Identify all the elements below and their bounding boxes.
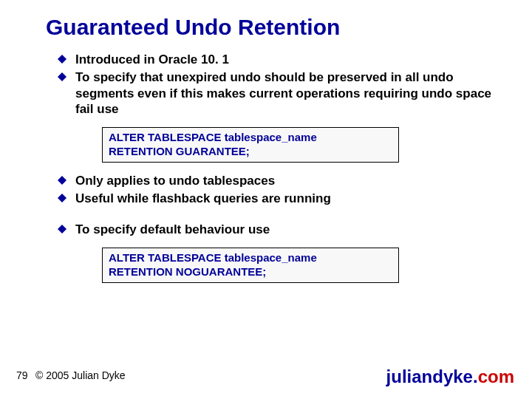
svg-marker-0 bbox=[58, 55, 66, 64]
code-line: RETENTION GUARANTEE; bbox=[109, 145, 392, 159]
diamond-bullet-icon bbox=[58, 194, 66, 202]
diamond-bullet-icon bbox=[58, 225, 66, 233]
site-name-part: juliandyke. bbox=[386, 366, 478, 386]
page-number: 79 bbox=[16, 369, 28, 381]
bullet-text: To specify default behaviour use bbox=[75, 222, 270, 237]
svg-marker-3 bbox=[58, 194, 66, 202]
bullet-item: To specify that unexpired undo should be… bbox=[58, 69, 502, 117]
bullet-item: Introduced in Oracle 10. 1 bbox=[58, 52, 502, 67]
code-box: ALTER TABLESPACE tablespace_name RETENTI… bbox=[102, 127, 399, 163]
code-line: ALTER TABLESPACE tablespace_name bbox=[109, 251, 392, 265]
site-name: juliandyke.com bbox=[386, 366, 514, 387]
svg-marker-1 bbox=[58, 72, 66, 81]
copyright-text: © 2005 Julian Dyke bbox=[35, 369, 126, 381]
slide-title: Guaranteed Undo Retention bbox=[46, 15, 340, 40]
bullet-item: Only applies to undo tablespaces bbox=[58, 173, 502, 188]
diamond-bullet-icon bbox=[58, 176, 66, 185]
bullet-text: Useful while flashback queries are runni… bbox=[75, 191, 331, 206]
bullet-text: To specify that unexpired undo should be… bbox=[75, 69, 502, 117]
svg-marker-2 bbox=[58, 176, 66, 185]
diamond-bullet-icon bbox=[58, 72, 66, 81]
code-box: ALTER TABLESPACE tablespace_name RETENTI… bbox=[102, 248, 399, 283]
bullet-item: To specify default behaviour use bbox=[58, 222, 502, 237]
slide: Guaranteed Undo Retention Introduced in … bbox=[0, 0, 532, 399]
bullet-item: Useful while flashback queries are runni… bbox=[58, 191, 502, 206]
svg-marker-4 bbox=[58, 225, 66, 233]
site-name-part: com bbox=[478, 366, 514, 386]
diamond-bullet-icon bbox=[58, 55, 66, 64]
spacer bbox=[58, 208, 502, 222]
code-line: ALTER TABLESPACE tablespace_name bbox=[109, 131, 392, 145]
code-line: RETENTION NOGUARANTEE; bbox=[109, 265, 392, 279]
bullet-text: Only applies to undo tablespaces bbox=[75, 173, 275, 188]
bullet-text: Introduced in Oracle 10. 1 bbox=[75, 52, 229, 67]
slide-content: Introduced in Oracle 10. 1 To specify th… bbox=[58, 52, 502, 293]
